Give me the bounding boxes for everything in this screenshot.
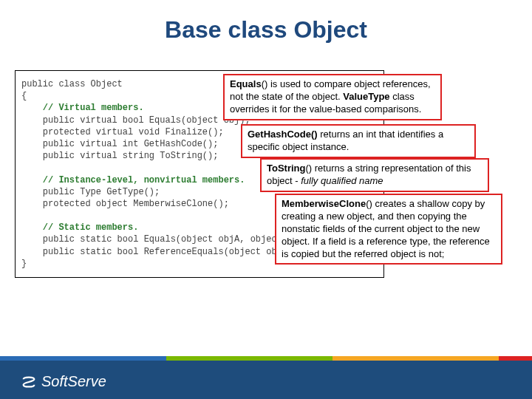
- softserve-icon: [21, 374, 37, 390]
- code-comment: // Instance-level, nonvirtual members.: [21, 175, 245, 185]
- brand-text: SoftServe: [41, 373, 106, 390]
- code-line: public virtual bool Equals(object obj);: [21, 115, 250, 126]
- callout-bold: MemberwiseClone: [282, 198, 366, 209]
- code-line: protected object MemberwiseClone();: [21, 199, 229, 209]
- footer-stripe: [0, 356, 532, 361]
- code-line: protected virtual void Finalize();: [21, 127, 224, 137]
- code-line: public class Object: [21, 79, 123, 89]
- callout-bold: GetHashCode(): [248, 129, 318, 140]
- code-line: public virtual string ToString();: [21, 151, 218, 161]
- callout-italic: fully qualified name: [301, 175, 383, 186]
- callout-memberwiseclone: MemberwiseClone() creates a shallow copy…: [275, 194, 502, 265]
- callout-equals: Equals() is used to compare object refer…: [223, 74, 442, 120]
- code-line: public Type GetType();: [21, 187, 160, 197]
- code-line: }: [21, 259, 27, 269]
- callout-bold: ToString: [267, 163, 305, 174]
- code-line: {: [21, 91, 27, 101]
- code-comment: // Static members.: [21, 222, 138, 233]
- callout-bold: Equals: [230, 78, 262, 89]
- footer: SoftServe: [0, 361, 532, 399]
- brand-logo: SoftServe: [21, 373, 106, 390]
- code-line: public virtual int GetHashCode();: [21, 139, 218, 149]
- callout-gethashcode: GetHashCode() returns an int that identi…: [241, 124, 476, 158]
- slide-title: Base class Object: [0, 0, 532, 57]
- callout-tostring: ToString() returns a string representati…: [260, 158, 489, 192]
- callout-bold: ValueType: [343, 91, 389, 102]
- code-comment: // Virtual members.: [21, 103, 144, 113]
